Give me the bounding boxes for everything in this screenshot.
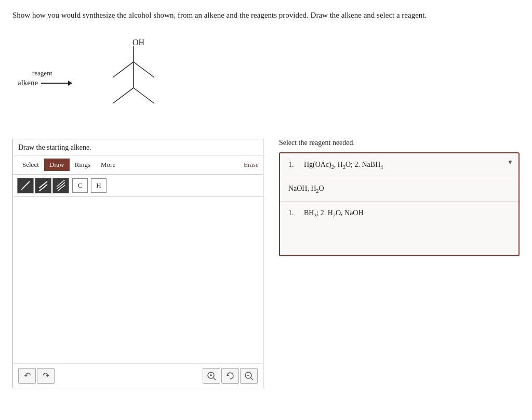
svg-line-20 — [251, 378, 253, 380]
svg-line-6 — [134, 88, 154, 103]
double-bond-button[interactable] — [35, 178, 51, 193]
svg-line-3 — [134, 62, 154, 77]
svg-text:OH: OH — [132, 38, 145, 47]
single-bond-button[interactable] — [17, 178, 34, 193]
main-row: Draw the starting alkene. Select Draw Ri… — [12, 139, 520, 388]
dropdown-arrow-icon: ▼ — [507, 159, 513, 166]
reagent-panel: Select the reagent needed. ▼ 1. Hg(OAc)2… — [279, 139, 520, 256]
zoom-reset-button[interactable] — [221, 368, 239, 384]
hydrogen-button[interactable]: H — [91, 178, 107, 193]
svg-line-16 — [214, 378, 216, 380]
rings-button[interactable]: Rings — [70, 159, 96, 171]
svg-line-9 — [39, 185, 47, 191]
svg-line-5 — [113, 88, 134, 103]
redo-button[interactable]: ↷ — [37, 368, 55, 384]
reagent-text-1: Hg(OAc)2, H2O; 2. NaBH4 — [304, 161, 383, 170]
draw-tools-row: C H — [13, 175, 263, 197]
draw-button[interactable]: Draw — [44, 159, 70, 171]
molecule-svg: OH — [87, 31, 180, 126]
bottom-controls: ↶ ↷ — [13, 363, 263, 388]
carbon-button[interactable]: C — [72, 178, 88, 193]
reagent-option-3[interactable]: 1. BH3; 2. H2O, NaOH — [280, 202, 518, 226]
alkene-arrow: alkene — [18, 78, 73, 87]
reagent-option-2[interactable]: NaOH, H2O — [280, 177, 518, 202]
molecule-area: reagent alkene OH — [18, 31, 520, 126]
undo-redo-group: ↶ ↷ — [18, 368, 55, 384]
intro-text: Show how you would synthesize the alcoho… — [12, 9, 520, 21]
reagent-text-3: BH3; 2. H2O, NaOH — [304, 209, 364, 218]
erase-button[interactable]: Erase — [244, 161, 259, 169]
alkene-label-group: reagent alkene — [18, 69, 73, 87]
select-button[interactable]: Select — [17, 159, 44, 171]
reagent-dropdown[interactable]: ▼ 1. Hg(OAc)2, H2O; 2. NaBH4 NaOH, H2O — [279, 152, 520, 256]
draw-panel-title: Draw the starting alkene. — [13, 139, 263, 155]
zoom-in-button[interactable] — [203, 368, 220, 384]
zoom-out-button[interactable] — [240, 368, 258, 384]
reagent-num-3: 1. — [288, 209, 298, 217]
svg-line-2 — [113, 62, 134, 77]
draw-canvas[interactable] — [13, 197, 263, 363]
svg-line-8 — [39, 181, 47, 188]
more-button[interactable]: More — [96, 159, 121, 171]
reagent-num-1: 1. — [288, 161, 298, 169]
svg-line-7 — [21, 181, 30, 190]
reagent-list: 1. Hg(OAc)2, H2O; 2. NaBH4 NaOH, H2O 1 — [280, 153, 518, 226]
triple-bond-button[interactable] — [52, 178, 69, 193]
zoom-group — [203, 368, 258, 384]
draw-toolbar: Select Draw Rings More Erase — [13, 155, 263, 175]
alkene-word: alkene — [18, 78, 38, 87]
undo-button[interactable]: ↶ — [18, 368, 36, 384]
reagent-text-2: NaOH, H2O — [288, 185, 324, 192]
reagent-panel-title: Select the reagent needed. — [279, 139, 520, 147]
arrow-line — [41, 83, 72, 84]
reagent-option-1[interactable]: 1. Hg(OAc)2, H2O; 2. NaBH4 — [280, 153, 518, 178]
draw-panel: Draw the starting alkene. Select Draw Ri… — [12, 139, 263, 388]
reagent-label: reagent — [32, 69, 52, 77]
